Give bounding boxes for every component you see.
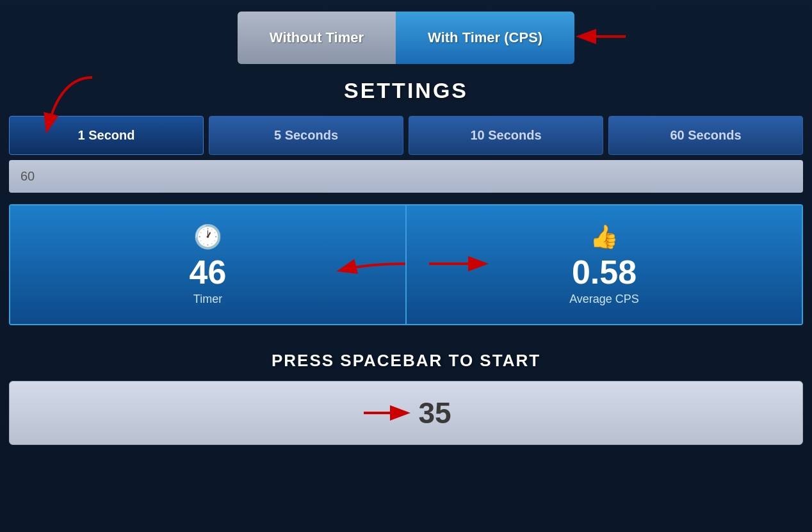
stats-row: 🕐 46 Timer	[9, 204, 803, 325]
arrow-with-timer-icon	[574, 24, 632, 52]
clock-icon: 🕐	[193, 223, 222, 250]
timer-value: 46	[190, 255, 227, 289]
with-timer-button[interactable]: With Timer (CPS)	[396, 12, 574, 64]
without-timer-button[interactable]: Without Timer	[238, 12, 396, 64]
cps-stat-box: 👍 0.58 Average CPS	[407, 206, 802, 324]
cps-value: 0.58	[572, 255, 637, 289]
cps-label: Average CPS	[569, 293, 639, 306]
spacebar-prompt: PRESS SPACEBAR TO START	[272, 351, 540, 371]
1-second-button[interactable]: 1 Second	[9, 116, 204, 155]
timer-value-input[interactable]	[9, 160, 803, 193]
settings-title: SETTINGS	[344, 78, 468, 103]
click-count-value: 35	[418, 396, 451, 430]
timer-stat-box: 🕐 46 Timer	[10, 206, 407, 324]
time-options-row: 1 Second 5 Seconds 10 Seconds 60 Seconds	[9, 116, 803, 155]
thumbsup-icon: 👍	[590, 223, 619, 250]
5-seconds-button[interactable]: 5 Seconds	[209, 116, 403, 155]
timer-label: Timer	[193, 293, 222, 306]
click-area[interactable]: 35	[9, 381, 803, 445]
60-seconds-button[interactable]: 60 Seconds	[608, 116, 803, 155]
arrow-timer-icon	[329, 248, 412, 282]
10-seconds-button[interactable]: 10 Seconds	[409, 116, 603, 155]
arrow-click-count-icon	[361, 403, 412, 423]
arrow-cps-icon	[426, 254, 490, 276]
